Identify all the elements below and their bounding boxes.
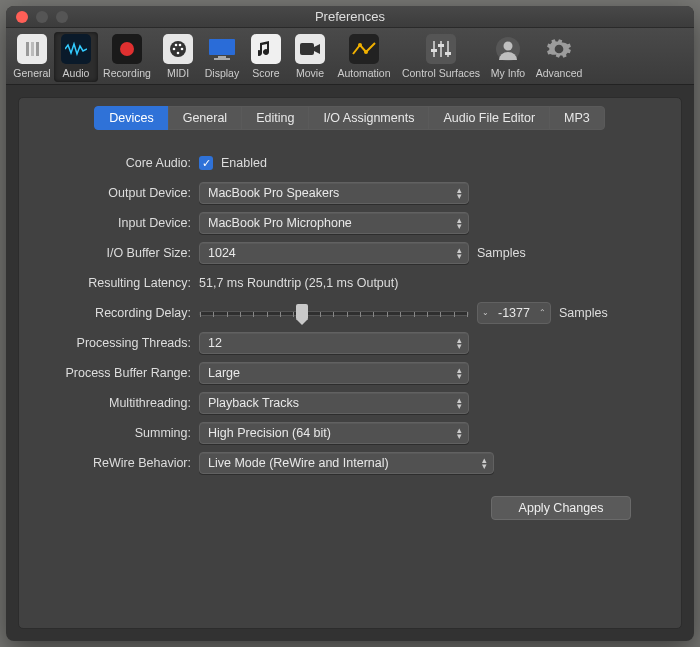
row-latency: Resulting Latency: 51,7 ms Roundtrip (25…: [19, 268, 661, 298]
core-audio-checkbox[interactable]: ✓: [199, 156, 213, 170]
rewire-select[interactable]: Live Mode (ReWire and Internal) ▴▾: [199, 452, 494, 474]
chevron-updown-icon: ▴▾: [457, 427, 462, 439]
select-value: 12: [208, 336, 222, 350]
tab-audio-file-editor[interactable]: Audio File Editor: [428, 106, 550, 130]
toolbar-movie[interactable]: Movie: [288, 32, 332, 82]
toolbar: General Audio Recording MIDI Display: [6, 28, 694, 85]
toolbar-label: Display: [205, 67, 239, 79]
toolbar-my-info[interactable]: My Info: [486, 32, 530, 82]
svg-rect-21: [445, 52, 451, 55]
chevron-updown-icon: ▴▾: [457, 247, 462, 259]
tab-bar: Devices General Editing I/O Assignments …: [19, 106, 681, 140]
toolbar-label: Recording: [103, 67, 151, 79]
toolbar-general[interactable]: General: [10, 32, 54, 82]
svg-rect-13: [300, 43, 314, 55]
toolbar-label: General: [13, 67, 50, 79]
svg-point-6: [181, 48, 184, 51]
toolbar-label: My Info: [491, 67, 525, 79]
toolbar-label: Movie: [296, 67, 324, 79]
toolbar-automation[interactable]: Automation: [332, 32, 396, 82]
label: Input Device:: [19, 216, 199, 230]
select-value: MacBook Pro Speakers: [208, 186, 339, 200]
slider-thumb[interactable]: [296, 304, 308, 320]
tab-mp3[interactable]: MP3: [549, 106, 605, 130]
row-io-buffer: I/O Buffer Size: 1024 ▴▾ Samples: [19, 238, 661, 268]
midi-icon: [163, 34, 193, 64]
svg-rect-0: [26, 42, 29, 56]
select-value: MacBook Pro Microphone: [208, 216, 352, 230]
row-core-audio: Core Audio: ✓ Enabled: [19, 148, 661, 178]
apply-changes-button[interactable]: Apply Changes: [491, 496, 631, 520]
row-summing: Summing: High Precision (64 bit) ▴▾: [19, 418, 661, 448]
recording-delay-slider[interactable]: [199, 303, 469, 323]
svg-rect-11: [218, 56, 226, 58]
toolbar-label: Advanced: [536, 67, 583, 79]
toolbar-midi[interactable]: MIDI: [156, 32, 200, 82]
waveform-icon: [61, 34, 91, 64]
label: Core Audio:: [19, 156, 199, 170]
recording-delay-field[interactable]: ⌄ -1377 ⌃: [477, 302, 551, 324]
automation-icon: [349, 34, 379, 64]
tab-general[interactable]: General: [168, 106, 242, 130]
display-icon: [207, 34, 237, 64]
multithreading-select[interactable]: Playback Tracks ▴▾: [199, 392, 469, 414]
toolbar-recording[interactable]: Recording: [98, 32, 156, 82]
output-device-select[interactable]: MacBook Pro Speakers ▴▾: [199, 182, 469, 204]
row-processing-threads: Processing Threads: 12 ▴▾: [19, 328, 661, 358]
checkmark-icon: ✓: [202, 157, 211, 170]
toolbar-label: MIDI: [167, 67, 189, 79]
svg-point-8: [179, 44, 182, 47]
row-rewire: ReWire Behavior: Live Mode (ReWire and I…: [19, 448, 661, 478]
toolbar-score[interactable]: Score: [244, 32, 288, 82]
titlebar: Preferences: [6, 6, 694, 28]
svg-rect-20: [438, 44, 444, 47]
summing-select[interactable]: High Precision (64 bit) ▴▾: [199, 422, 469, 444]
chevron-updown-icon: ▴▾: [482, 457, 487, 469]
tab-io-assignments[interactable]: I/O Assignments: [308, 106, 429, 130]
toolbar-control-surfaces[interactable]: Control Surfaces: [396, 32, 486, 82]
toolbar-audio[interactable]: Audio: [54, 32, 98, 82]
label: Resulting Latency:: [19, 276, 199, 290]
select-value: High Precision (64 bit): [208, 426, 331, 440]
toolbar-label: Control Surfaces: [402, 67, 480, 79]
svg-point-3: [120, 42, 134, 56]
label: Multithreading:: [19, 396, 199, 410]
label: ReWire Behavior:: [19, 456, 199, 470]
button-label: Apply Changes: [519, 501, 604, 515]
select-value: Playback Tracks: [208, 396, 299, 410]
tab-editing[interactable]: Editing: [241, 106, 309, 130]
toolbar-display[interactable]: Display: [200, 32, 244, 82]
toolbar-label: Automation: [337, 67, 390, 79]
suffix: Samples: [477, 246, 526, 260]
stepper-down-icon[interactable]: ⌄: [482, 310, 489, 316]
faders-icon: [426, 34, 456, 64]
label: I/O Buffer Size:: [19, 246, 199, 260]
num-value: -1377: [498, 306, 530, 320]
row-recording-delay: Recording Delay: ⌄ -1377 ⌃: [19, 298, 661, 328]
tab-devices[interactable]: Devices: [94, 106, 168, 130]
chevron-updown-icon: ▴▾: [457, 187, 462, 199]
toolbar-advanced[interactable]: Advanced: [530, 32, 588, 82]
io-buffer-select[interactable]: 1024 ▴▾: [199, 242, 469, 264]
svg-rect-10: [209, 39, 235, 55]
stepper-up-icon[interactable]: ⌃: [539, 310, 546, 316]
label: Output Device:: [19, 186, 199, 200]
chevron-updown-icon: ▴▾: [457, 217, 462, 229]
label: Processing Threads:: [19, 336, 199, 350]
process-buffer-select[interactable]: Large ▴▾: [199, 362, 469, 384]
toolbar-label: Score: [252, 67, 279, 79]
svg-rect-17: [440, 41, 442, 57]
person-icon: [493, 34, 523, 64]
svg-point-4: [170, 41, 186, 57]
chevron-updown-icon: ▴▾: [457, 367, 462, 379]
checkbox-label: Enabled: [221, 156, 267, 170]
processing-threads-select[interactable]: 12 ▴▾: [199, 332, 469, 354]
svg-rect-2: [36, 42, 39, 56]
select-value: Live Mode (ReWire and Internal): [208, 456, 389, 470]
record-icon: [112, 34, 142, 64]
input-device-select[interactable]: MacBook Pro Microphone ▴▾: [199, 212, 469, 234]
chevron-updown-icon: ▴▾: [457, 397, 462, 409]
svg-rect-19: [431, 49, 437, 52]
svg-point-15: [364, 50, 368, 54]
window-title: Preferences: [6, 9, 694, 24]
